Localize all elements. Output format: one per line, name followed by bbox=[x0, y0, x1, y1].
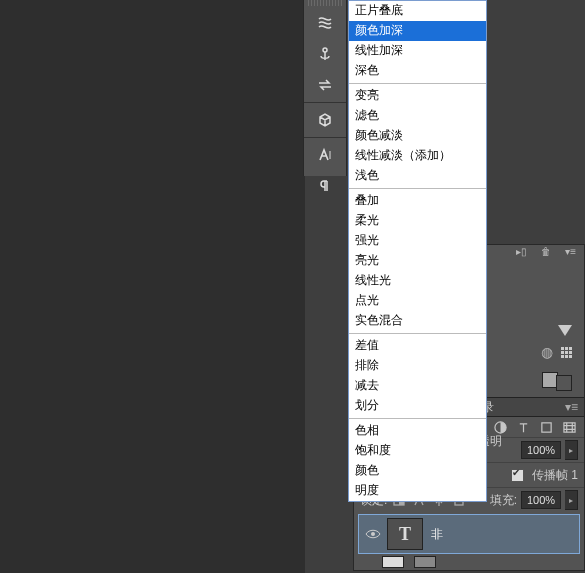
propagate-label: 传播帧 1 bbox=[532, 467, 578, 484]
blend-mode-option[interactable]: 浅色 bbox=[349, 166, 486, 186]
3d-tool-icon[interactable] bbox=[309, 106, 341, 134]
globe-icon[interactable]: ◍ bbox=[541, 344, 553, 360]
blend-mode-menu: 正片叠底颜色加深线性加深深色 变亮滤色颜色减淡线性减淡（添加）浅色 叠加柔光强光… bbox=[348, 0, 487, 502]
divider bbox=[304, 137, 346, 138]
svg-point-12 bbox=[371, 532, 375, 536]
frame-thumb[interactable] bbox=[414, 556, 436, 568]
layer-thumbs-strip bbox=[354, 556, 584, 570]
paragraph-panel-icon[interactable] bbox=[309, 172, 341, 200]
layer-row[interactable]: T 非 bbox=[358, 514, 580, 554]
blend-mode-option[interactable]: 滤色 bbox=[349, 106, 486, 126]
options-tool-strip bbox=[303, 0, 347, 176]
canvas-area bbox=[0, 0, 305, 573]
blend-mode-option[interactable]: 划分 bbox=[349, 396, 486, 416]
char-panel-icon[interactable] bbox=[309, 141, 341, 169]
grid-view-icon[interactable] bbox=[561, 347, 572, 358]
fill-value[interactable]: 100% bbox=[521, 491, 561, 509]
blend-mode-option[interactable]: 正片叠底 bbox=[349, 1, 486, 21]
swap-tool-icon[interactable] bbox=[309, 71, 341, 99]
blend-mode-option[interactable]: 排除 bbox=[349, 356, 486, 376]
blend-mode-option[interactable]: 强光 bbox=[349, 231, 486, 251]
blend-mode-option[interactable]: 颜色 bbox=[349, 461, 486, 481]
panel-menu-icon[interactable]: ▾≡ bbox=[565, 400, 578, 414]
filter-smart-icon[interactable] bbox=[563, 421, 576, 434]
blend-mode-option[interactable]: 颜色加深 bbox=[349, 21, 486, 41]
panel-grip[interactable] bbox=[308, 0, 342, 6]
opacity-stepper-icon[interactable]: ▸ bbox=[565, 440, 578, 460]
blend-mode-option[interactable]: 明度 bbox=[349, 481, 486, 501]
dropdown-triangle-icon[interactable] bbox=[558, 325, 572, 336]
blend-mode-option[interactable]: 减去 bbox=[349, 376, 486, 396]
filter-adjust-icon[interactable] bbox=[494, 421, 507, 434]
svg-rect-5 bbox=[564, 422, 575, 431]
blend-mode-option[interactable]: 深色 bbox=[349, 61, 486, 81]
propagate-checkbox[interactable] bbox=[511, 469, 524, 482]
filter-shape-icon[interactable] bbox=[540, 421, 553, 434]
svg-point-0 bbox=[323, 48, 327, 52]
blend-mode-option[interactable]: 点光 bbox=[349, 291, 486, 311]
fill-label: 填充: bbox=[490, 492, 517, 509]
fill-stepper-icon[interactable]: ▸ bbox=[565, 490, 578, 510]
collapse-icon[interactable]: ▸▯ bbox=[516, 246, 527, 257]
background-swatch[interactable] bbox=[556, 375, 572, 391]
blend-mode-option[interactable]: 线性加深 bbox=[349, 41, 486, 61]
panel-menu-icon[interactable]: ▾≡ bbox=[565, 246, 576, 257]
filter-type-icon[interactable] bbox=[517, 421, 530, 434]
svg-rect-4 bbox=[542, 422, 551, 431]
blend-mode-option[interactable]: 颜色减淡 bbox=[349, 126, 486, 146]
layer-thumbnail: T bbox=[387, 518, 423, 550]
opacity-value[interactable]: 100% bbox=[521, 441, 561, 459]
anchor-tool-icon[interactable] bbox=[309, 40, 341, 68]
blend-mode-option[interactable]: 叠加 bbox=[349, 191, 486, 211]
blend-mode-option[interactable]: 线性光 bbox=[349, 271, 486, 291]
blend-mode-option[interactable]: 亮光 bbox=[349, 251, 486, 271]
layer-name[interactable]: 非 bbox=[431, 526, 443, 543]
blend-mode-option[interactable]: 柔光 bbox=[349, 211, 486, 231]
blend-mode-option[interactable]: 差值 bbox=[349, 336, 486, 356]
visibility-toggle-icon[interactable] bbox=[359, 528, 387, 540]
blend-mode-option[interactable]: 变亮 bbox=[349, 86, 486, 106]
warp-tool-icon[interactable] bbox=[309, 9, 341, 37]
trash-icon[interactable]: 🗑 bbox=[541, 246, 551, 257]
frame-thumb[interactable] bbox=[382, 556, 404, 568]
blend-mode-option[interactable]: 线性减淡（添加） bbox=[349, 146, 486, 166]
divider bbox=[304, 102, 346, 103]
blend-mode-option[interactable]: 色相 bbox=[349, 421, 486, 441]
blend-mode-option[interactable]: 饱和度 bbox=[349, 441, 486, 461]
type-layer-glyph: T bbox=[399, 524, 411, 545]
blend-mode-option[interactable]: 实色混合 bbox=[349, 311, 486, 331]
